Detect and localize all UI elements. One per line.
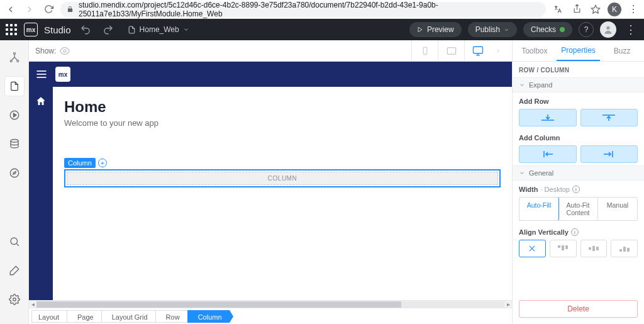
info-icon[interactable]: i — [571, 228, 579, 236]
svg-point-14 — [64, 50, 66, 52]
show-label: Show: — [35, 47, 56, 55]
page-title: Home — [64, 98, 501, 116]
svg-marker-1 — [418, 27, 422, 32]
width-manual[interactable]: Manual — [598, 198, 637, 220]
svg-marker-0 — [591, 5, 599, 13]
svg-rect-36 — [562, 245, 564, 250]
svg-marker-7 — [13, 113, 16, 117]
left-rail — [0, 40, 29, 324]
preview-logo: mx — [55, 67, 70, 82]
width-segmented: Auto-Fill Auto-Fit Content Manual — [519, 197, 638, 221]
crumb-layout[interactable]: Layout — [31, 310, 67, 323]
status-ok-icon — [560, 27, 565, 32]
hamburger-icon[interactable] — [35, 68, 48, 81]
expand-section[interactable]: Expand — [513, 77, 644, 92]
browser-menu-icon[interactable]: ⋮ — [626, 3, 640, 16]
device-desktop[interactable] — [464, 40, 491, 62]
add-row-above-button[interactable] — [580, 109, 638, 126]
column-placeholder[interactable]: COLUMN — [67, 172, 498, 185]
page-subtitle: Welcome to your new app — [64, 118, 501, 128]
eye-icon[interactable] — [60, 46, 70, 56]
add-icon[interactable]: + — [98, 159, 107, 167]
rail-theme-icon[interactable] — [5, 261, 24, 280]
horizontal-scrollbar[interactable]: ◂▸ — [29, 300, 512, 308]
svg-point-4 — [10, 60, 12, 62]
tab-toolbox[interactable]: Toolbox — [513, 40, 557, 61]
svg-rect-35 — [558, 245, 560, 248]
info-icon[interactable]: i — [572, 186, 580, 193]
breadcrumb: Layout Page Layout Grid Row Column — [29, 308, 512, 324]
canvas[interactable]: mx Home Welcome to your new app Column + — [29, 62, 512, 300]
align-label: Align Vertically i — [519, 228, 638, 236]
width-auto-fit[interactable]: Auto-Fit Content — [558, 198, 598, 220]
url-bar[interactable]: studio.mendix.com/project/5c12d46c-d6ce-… — [60, 2, 546, 17]
reload-button[interactable] — [42, 3, 55, 16]
document-name: Home_Web — [140, 25, 179, 34]
align-middle[interactable] — [580, 240, 608, 257]
svg-rect-43 — [627, 248, 630, 252]
general-section[interactable]: General — [513, 165, 644, 181]
svg-point-9 — [10, 169, 19, 177]
mendix-logo: mx — [24, 23, 38, 36]
rail-search-icon[interactable] — [5, 232, 24, 251]
rail-structure-icon[interactable] — [5, 48, 24, 67]
profile-avatar[interactable]: K — [608, 3, 621, 16]
publish-button[interactable]: Publish — [468, 22, 517, 37]
crumb-column[interactable]: Column — [187, 310, 230, 323]
rail-navigation-icon[interactable] — [5, 164, 24, 182]
align-segmented — [519, 240, 638, 257]
document-selector[interactable]: Home_Web — [128, 25, 189, 34]
checks-button[interactable]: Checks — [523, 22, 572, 37]
svg-rect-37 — [565, 245, 568, 249]
align-none[interactable] — [519, 240, 546, 257]
crumb-layoutgrid[interactable]: Layout Grid — [101, 310, 155, 323]
star-icon[interactable] — [589, 3, 602, 16]
crumb-page[interactable]: Page — [67, 310, 101, 323]
selected-column-widget[interactable]: Column + COLUMN — [64, 158, 501, 187]
browser-chrome: studio.mendix.com/project/5c12d46c-d6ce-… — [0, 0, 644, 19]
redo-button[interactable] — [100, 21, 116, 38]
tab-properties[interactable]: Properties — [557, 40, 601, 61]
document-icon — [128, 26, 136, 34]
tab-buzz[interactable]: Buzz — [600, 40, 644, 61]
properties-panel: Toolbox Properties Buzz ROW / COLUMN Exp… — [512, 40, 644, 324]
forward-button[interactable] — [23, 3, 36, 16]
svg-point-5 — [16, 60, 18, 62]
device-phone[interactable] — [411, 40, 438, 62]
align-top[interactable] — [550, 240, 577, 257]
back-button[interactable] — [4, 3, 18, 16]
column-badge: Column — [64, 158, 96, 168]
user-menu[interactable] — [600, 21, 616, 38]
chevron-down-icon — [519, 170, 525, 176]
more-menu-icon[interactable]: ⋮ — [623, 23, 639, 36]
translate-icon[interactable] — [551, 3, 565, 16]
svg-marker-10 — [13, 172, 16, 175]
chevron-down-icon — [183, 26, 189, 33]
help-button[interactable]: ? — [579, 22, 594, 37]
device-bar: Show: — [29, 40, 512, 62]
rail-data-icon[interactable] — [5, 135, 24, 154]
rail-pages-icon[interactable] — [5, 77, 24, 96]
chevron-down-icon — [504, 27, 509, 33]
crumb-row[interactable]: Row — [155, 310, 187, 323]
delete-button[interactable]: Delete — [519, 300, 638, 318]
add-column-right-button[interactable] — [580, 145, 638, 163]
rail-settings-icon[interactable] — [5, 290, 24, 309]
device-tablet[interactable] — [438, 40, 464, 62]
undo-button[interactable] — [77, 21, 94, 38]
lock-icon — [67, 6, 74, 13]
width-auto-fill[interactable]: Auto-Fill — [519, 197, 559, 221]
share-icon[interactable] — [570, 3, 584, 16]
app-switcher-icon[interactable] — [5, 23, 18, 36]
device-next[interactable] — [491, 40, 506, 62]
rail-logic-icon[interactable] — [5, 106, 24, 125]
align-bottom[interactable] — [611, 240, 638, 257]
play-icon — [417, 26, 423, 33]
svg-rect-42 — [623, 247, 626, 252]
add-column-left-button[interactable] — [519, 145, 577, 163]
add-row-below-button[interactable] — [519, 109, 577, 126]
preview-header: mx — [29, 62, 512, 87]
preview-button[interactable]: Preview — [409, 22, 462, 37]
url-text: studio.mendix.com/project/5c12d46c-d6ce-… — [79, 1, 540, 18]
home-icon[interactable] — [35, 96, 47, 107]
